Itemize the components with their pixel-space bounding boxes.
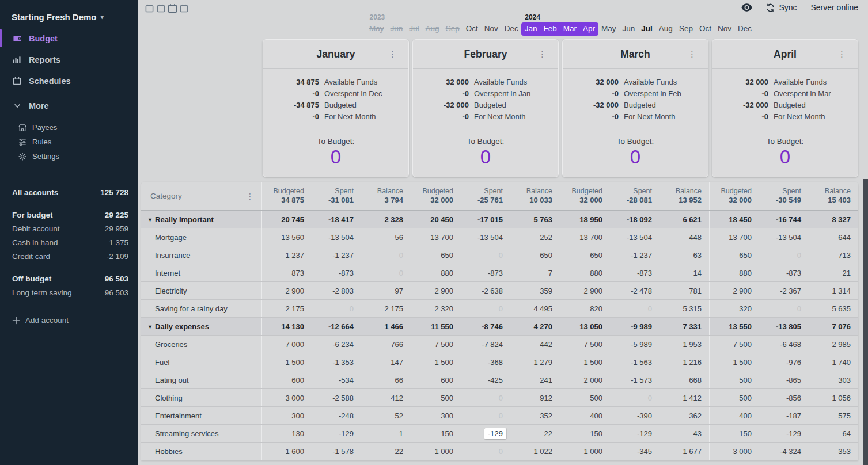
- budget-cell[interactable]: 873: [262, 264, 312, 281]
- balance-header[interactable]: Balance10 033: [510, 182, 560, 210]
- budget-cell[interactable]: 1 000: [560, 443, 610, 460]
- month-nav-apr-11[interactable]: Apr: [580, 22, 598, 36]
- budget-cell[interactable]: 8 327: [809, 211, 858, 228]
- budgeted-header[interactable]: Budgeted32 000: [411, 182, 461, 210]
- spent-header[interactable]: Spent-31 081: [312, 182, 361, 210]
- budget-cell[interactable]: -129: [312, 425, 361, 442]
- budget-cell[interactable]: 13 560: [262, 228, 312, 246]
- budget-cell[interactable]: 7 500: [411, 336, 461, 353]
- month-nav-oct-17[interactable]: Oct: [696, 22, 714, 36]
- budget-cell[interactable]: 56: [361, 228, 411, 246]
- collapse-arrow-icon[interactable]: ▾: [149, 216, 151, 223]
- category-name[interactable]: ▾Daily expenses: [141, 318, 262, 335]
- category-name[interactable]: Entertainment: [141, 407, 262, 424]
- budget-cell[interactable]: 22: [510, 425, 560, 442]
- account-group-header[interactable]: All accounts125 728: [0, 185, 138, 199]
- budget-cell[interactable]: 600: [262, 371, 312, 388]
- budget-cell[interactable]: 0: [312, 300, 361, 317]
- budget-cell[interactable]: -5 989: [610, 336, 659, 353]
- budgeted-header[interactable]: Budgeted34 875: [262, 182, 312, 210]
- account-row[interactable]: Debit account29 959: [0, 222, 138, 235]
- sidebar-item-reports[interactable]: Reports: [0, 49, 138, 70]
- category-name[interactable]: Internet: [141, 264, 262, 281]
- budget-cell[interactable]: 241: [510, 371, 560, 388]
- budget-cell[interactable]: -6 234: [312, 336, 361, 353]
- budget-cell[interactable]: -873: [610, 264, 659, 281]
- category-name[interactable]: Fuel: [141, 353, 262, 371]
- budget-cell[interactable]: 766: [361, 336, 411, 353]
- budget-cell[interactable]: 150: [560, 425, 610, 442]
- budgeted-header[interactable]: Budgeted32 000: [710, 182, 759, 210]
- budget-cell[interactable]: 353: [809, 443, 858, 460]
- kebab-menu-icon[interactable]: ⋮: [246, 192, 254, 201]
- category-name[interactable]: Clothing: [141, 389, 262, 406]
- sidebar-item-settings[interactable]: Settings: [0, 149, 138, 163]
- budget-cell[interactable]: 6 621: [659, 211, 709, 228]
- sidebar-item-schedules[interactable]: Schedules: [0, 70, 138, 92]
- budget-cell[interactable]: 252: [510, 228, 560, 246]
- budget-cell[interactable]: 1 953: [659, 336, 709, 353]
- kebab-menu-icon[interactable]: ⋮: [538, 49, 547, 59]
- account-row[interactable]: Cash in hand1 375: [0, 235, 138, 249]
- budget-cell[interactable]: 5 763: [510, 211, 560, 228]
- account-group-header[interactable]: For budget29 225: [0, 208, 138, 222]
- budget-cell[interactable]: -2 638: [461, 282, 510, 299]
- sync-button[interactable]: Sync: [766, 3, 797, 12]
- budget-cell[interactable]: 300: [411, 407, 461, 424]
- collapse-arrow-icon[interactable]: ▾: [149, 323, 151, 330]
- budget-cell[interactable]: 7 076: [809, 318, 858, 335]
- budget-cell[interactable]: 2 320: [411, 300, 461, 317]
- month-nav-dec-19[interactable]: Dec: [734, 22, 755, 36]
- month-nav-sep-4[interactable]: Sep: [442, 22, 463, 36]
- budget-cell[interactable]: 43: [659, 425, 709, 442]
- budget-cell[interactable]: -18 417: [312, 211, 361, 228]
- month-nav-dec-7[interactable]: Dec: [501, 22, 521, 36]
- budget-cell[interactable]: 2 985: [809, 336, 858, 353]
- budget-cell[interactable]: 13 550: [710, 318, 759, 335]
- budget-cell[interactable]: 1 500: [710, 353, 759, 371]
- budget-cell[interactable]: 13 700: [560, 228, 610, 246]
- budgeted-header[interactable]: Budgeted32 000: [560, 182, 610, 210]
- budget-cell[interactable]: 0: [461, 300, 510, 317]
- account-row[interactable]: Long term saving96 503: [0, 285, 138, 299]
- kebab-menu-icon[interactable]: ⋮: [837, 49, 846, 59]
- budget-cell[interactable]: -129: [610, 425, 659, 442]
- budget-cell[interactable]: 644: [809, 228, 858, 246]
- month-nav-feb-9[interactable]: Feb: [540, 22, 560, 36]
- budget-cell[interactable]: -13 504: [461, 228, 510, 246]
- category-name[interactable]: ▾Really Important: [141, 211, 262, 228]
- budget-cell[interactable]: 0: [759, 246, 809, 264]
- budget-cell[interactable]: 18 450: [710, 211, 759, 228]
- spent-header[interactable]: Spent-25 761: [461, 182, 510, 210]
- budget-cell[interactable]: 7 000: [262, 336, 312, 353]
- category-name[interactable]: Hobbies: [141, 443, 262, 460]
- budget-cell[interactable]: 1 677: [659, 443, 709, 460]
- budget-cell[interactable]: -4 324: [759, 443, 809, 460]
- budget-cell[interactable]: -9 989: [610, 318, 659, 335]
- sidebar-item-more[interactable]: More: [0, 95, 138, 116]
- budget-cell[interactable]: 820: [560, 300, 610, 317]
- balance-header[interactable]: Balance13 952: [659, 182, 709, 210]
- budget-cell[interactable]: 500: [710, 371, 759, 388]
- budget-cell[interactable]: -1 237: [312, 246, 361, 264]
- budget-cell[interactable]: 13 700: [710, 228, 759, 246]
- account-group-header[interactable]: Off budget96 503: [0, 272, 138, 285]
- budget-cell[interactable]: 1 600: [262, 443, 312, 460]
- budget-cell[interactable]: -976: [759, 353, 809, 371]
- month-nav-mar-10[interactable]: Mar: [560, 22, 579, 36]
- calendar-4-icon[interactable]: [180, 4, 188, 13]
- budget-cell[interactable]: 880: [710, 264, 759, 281]
- budget-cell[interactable]: 66: [361, 371, 411, 388]
- month-nav-jul-14[interactable]: Jul: [638, 22, 656, 36]
- category-name[interactable]: Electricity: [141, 282, 262, 299]
- budget-cell[interactable]: -13 504: [759, 228, 809, 246]
- budget-cell[interactable]: -2 478: [610, 282, 659, 299]
- budget-cell[interactable]: 7 500: [560, 336, 610, 353]
- budget-cell[interactable]: -534: [312, 371, 361, 388]
- budget-cell[interactable]: 150: [710, 425, 759, 442]
- budget-cell[interactable]: 1 500: [560, 353, 610, 371]
- spent-header[interactable]: Spent-28 081: [610, 182, 659, 210]
- budget-cell[interactable]: 7 500: [710, 336, 759, 353]
- budget-cell[interactable]: 7 331: [659, 318, 709, 335]
- budget-cell[interactable]: 600: [411, 371, 461, 388]
